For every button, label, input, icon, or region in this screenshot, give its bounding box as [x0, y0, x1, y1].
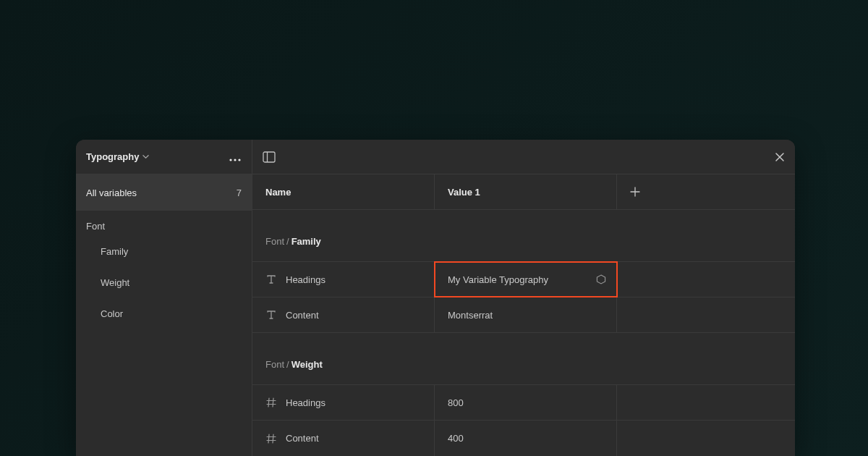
variable-name-cell[interactable]: Headings	[252, 262, 435, 297]
variable-value-cell[interactable]: Montserrat	[435, 297, 617, 332]
chevron-down-icon	[142, 153, 149, 160]
column-header-name-label: Name	[265, 187, 291, 198]
sidebar-item-color[interactable]: Color	[76, 298, 252, 329]
text-type-icon	[265, 274, 277, 285]
sidebar-item-label: Color	[101, 308, 123, 319]
all-variables-label: All variables	[86, 187, 137, 198]
sidebar-item-weight[interactable]: Weight	[76, 267, 252, 298]
empty-cell	[617, 262, 795, 297]
table-row[interactable]: Content Montserrat	[252, 297, 795, 333]
variable-value-cell[interactable]: 800	[435, 385, 617, 420]
svg-point-1	[234, 159, 236, 161]
sidebar-item-label: Weight	[101, 277, 129, 288]
group-header-label: Font/Family	[252, 236, 321, 247]
variable-value-cell[interactable]: My Variable Typography	[435, 262, 617, 297]
text-type-icon	[265, 309, 277, 321]
variables-panel: Typography All variables 7 Font Family W…	[76, 140, 795, 456]
variable-value-label: 800	[448, 397, 464, 408]
number-type-icon	[265, 433, 277, 444]
group-header-weight: Font/Weight	[252, 333, 795, 385]
close-icon[interactable]	[775, 152, 785, 162]
variable-value-label: 400	[448, 433, 464, 444]
all-variables-count: 7	[237, 187, 242, 198]
variable-name-label: Content	[286, 433, 319, 444]
table-header-row: Name Value 1	[252, 174, 795, 210]
group-header-label: Font/Weight	[252, 359, 323, 370]
column-header-value1[interactable]: Value 1	[435, 174, 617, 209]
sidebar-group-font[interactable]: Font	[76, 211, 252, 236]
variable-name-label: Headings	[286, 397, 326, 408]
svg-point-0	[229, 159, 231, 161]
sidebar-item-label: Family	[101, 246, 128, 257]
variable-name-label: Headings	[286, 274, 326, 285]
collection-selector[interactable]: Typography	[86, 151, 149, 162]
svg-point-2	[238, 159, 240, 161]
alias-icon	[596, 274, 606, 284]
table-row[interactable]: Content 400	[252, 421, 795, 456]
empty-cell	[617, 421, 795, 456]
svg-rect-3	[263, 152, 275, 162]
sidebar-group-label: Font	[86, 221, 105, 232]
group-header-family: Font/Family	[252, 210, 795, 262]
sidebar-header: Typography	[76, 140, 252, 174]
variable-name-label: Content	[286, 310, 319, 321]
variable-value-label: My Variable Typography	[448, 274, 548, 285]
variable-name-cell[interactable]: Headings	[252, 385, 435, 420]
number-type-icon	[265, 397, 277, 408]
column-header-value1-label: Value 1	[448, 187, 480, 198]
sidebar-item-family[interactable]: Family	[76, 236, 252, 267]
add-mode-column[interactable]	[617, 174, 795, 209]
collection-name-label: Typography	[86, 151, 139, 162]
plus-icon	[630, 187, 640, 197]
variable-value-cell[interactable]: 400	[435, 421, 617, 456]
sidebar-item-all-variables[interactable]: All variables 7	[76, 174, 252, 211]
empty-cell	[617, 297, 795, 332]
empty-cell	[617, 385, 795, 420]
column-header-name: Name	[252, 174, 435, 209]
topbar	[252, 140, 795, 174]
main-content: Name Value 1 Font/Family	[252, 140, 795, 456]
table-row[interactable]: Headings My Variable Typography	[252, 262, 795, 297]
variable-name-cell[interactable]: Content	[252, 421, 435, 456]
variable-name-cell[interactable]: Content	[252, 297, 435, 332]
table-row[interactable]: Headings 800	[252, 385, 795, 421]
sidebar-toggle-icon[interactable]	[263, 151, 276, 163]
more-options-button[interactable]	[229, 151, 242, 164]
variables-table: Name Value 1 Font/Family	[252, 174, 795, 456]
sidebar: Typography All variables 7 Font Family W…	[76, 140, 252, 456]
variable-value-label: Montserrat	[448, 310, 493, 321]
